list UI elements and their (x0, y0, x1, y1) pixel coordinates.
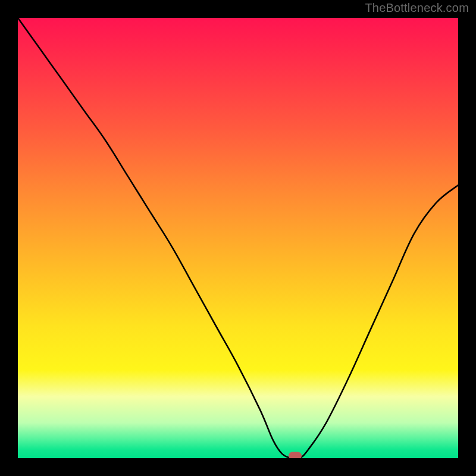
chart-frame: TheBottleneck.com (0, 0, 476, 476)
watermark-text: TheBottleneck.com (365, 1, 469, 15)
optimum-marker (289, 452, 302, 458)
plot-area (18, 18, 458, 458)
bottleneck-curve (18, 18, 458, 458)
